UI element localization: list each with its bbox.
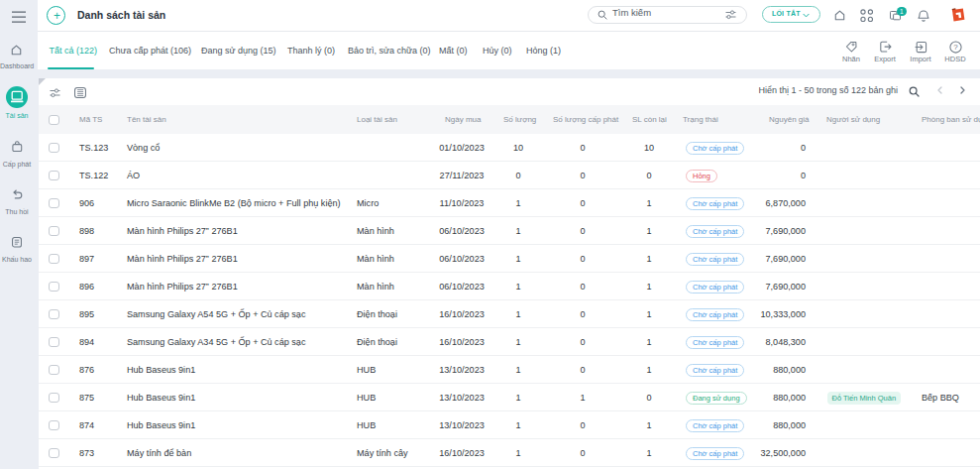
- svg-text:?: ?: [953, 43, 958, 52]
